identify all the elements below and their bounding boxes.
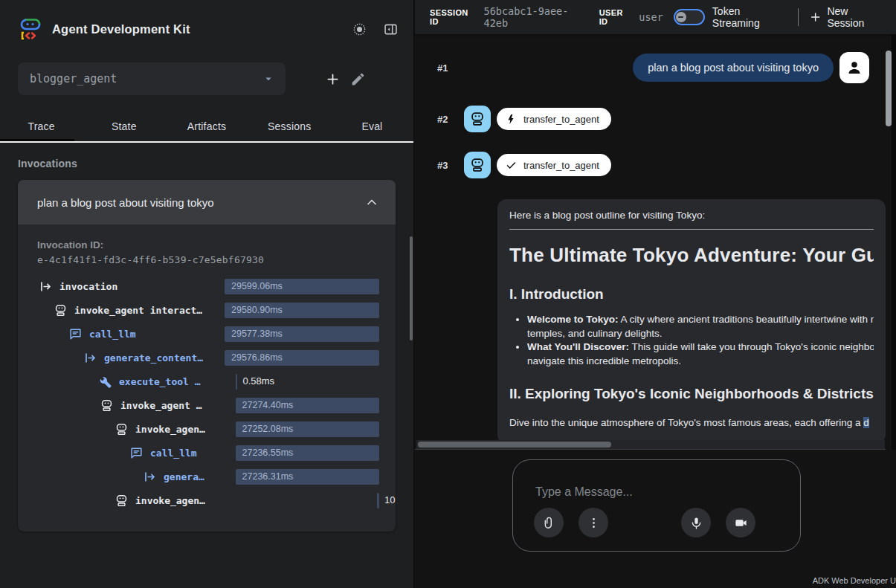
duration-label: 29576.86ms <box>225 352 283 363</box>
trace-row[interactable]: invoke_agen…27252.08ms <box>37 417 379 441</box>
trace-row[interactable]: call_llm29577.38ms <box>37 322 379 346</box>
invocation-card-header[interactable]: plan a blog post about visiting tokyo <box>18 180 396 224</box>
selection-highlight: d <box>863 417 869 428</box>
trace-row[interactable]: generate_content…29576.86ms <box>37 346 379 369</box>
tab-eval[interactable]: Eval <box>331 113 413 141</box>
arrow-icon <box>83 351 97 365</box>
invocations-heading: Invocations <box>18 158 396 169</box>
function-response-chip[interactable]: transfer_to_agent <box>497 154 611 176</box>
divider <box>798 8 799 26</box>
trace-row[interactable]: invocation29599.06ms <box>37 274 379 298</box>
adk-app: Agent Development Kit blogger_a <box>0 0 896 588</box>
microphone-icon <box>689 516 703 530</box>
tab-sessions[interactable]: Sessions <box>248 113 331 141</box>
paperclip-icon <box>542 516 556 530</box>
trace-row[interactable]: invoke_agen…10 <box>37 488 379 512</box>
duration-bar: 29580.90ms <box>225 303 379 318</box>
arrow-icon <box>39 280 53 294</box>
tab-trace[interactable]: Trace <box>0 113 83 141</box>
invocation-id: e-4c1f41f1-fd3c-4ff6-b539-c7e5ebf67930 <box>37 254 379 265</box>
trace-span-label: invoke_agent … <box>120 400 202 411</box>
function-call-chip[interactable]: transfer_to_agent <box>497 108 611 130</box>
left-panel-scrollbar[interactable] <box>410 236 413 340</box>
duration-bar: 29576.86ms <box>225 350 379 366</box>
duration-label: 29577.38ms <box>225 329 283 339</box>
message-h2-sections: II. Exploring Tokyo's Iconic Neighborhoo… <box>509 384 874 404</box>
user-id-label: USER ID <box>599 8 634 26</box>
add-session-button[interactable] <box>323 69 342 88</box>
session-bar: SESSION ID 56bcabc1-9aee-42eb USER ID us… <box>415 0 896 34</box>
attach-file-button[interactable] <box>534 508 564 537</box>
trace-row[interactable]: invoke_agent …27274.40ms <box>37 393 379 417</box>
trace-row[interactable]: invoke_agent interact…29580.90ms <box>37 298 379 322</box>
bot-avatar <box>464 106 491 132</box>
turn-number: #2 <box>437 114 464 125</box>
agent-select-row: blogger_agent <box>0 62 413 95</box>
duration-bar: 27274.40ms <box>236 398 379 413</box>
vertical-dots-icon <box>587 516 601 530</box>
chat-icon <box>68 327 83 341</box>
robot-icon <box>100 398 114 413</box>
token-streaming-toggle[interactable] <box>674 9 705 25</box>
invocation-id-label: Invocation ID: <box>37 239 379 251</box>
agent-select[interactable]: blogger_agent <box>18 62 286 95</box>
duration-label: 27252.08ms <box>236 424 294 434</box>
video-button[interactable] <box>726 508 755 537</box>
bot-avatar <box>464 152 491 178</box>
duration-label: 27236.55ms <box>236 448 294 458</box>
videocam-icon <box>734 516 748 530</box>
duration-bar: 29577.38ms <box>225 326 379 342</box>
chat-vertical-scrollbar[interactable] <box>886 34 892 450</box>
function-response-label: transfer_to_agent <box>523 160 599 171</box>
message-paragraph: Dive into the unique atmosphere of Tokyo… <box>509 416 874 430</box>
message-input[interactable]: Type a Message... <box>512 459 801 552</box>
footer-text: ADK Web Developer UI <box>813 576 896 585</box>
robot-icon <box>469 111 486 127</box>
message-input-placeholder: Type a Message... <box>535 485 633 499</box>
chat-turn-bot: #3 transfer_to_agent <box>437 152 886 178</box>
duration-bar <box>236 374 238 390</box>
microphone-button[interactable] <box>681 508 711 537</box>
trace-span-label: generate_content… <box>104 352 203 364</box>
wrench-icon <box>98 375 112 389</box>
tab-artifacts[interactable]: Artifacts <box>165 113 248 141</box>
left-panel: Agent Development Kit blogger_a <box>0 0 414 588</box>
active-tab-indicator <box>0 139 74 141</box>
trace-panel: Invocations plan a blog post about visit… <box>0 143 413 532</box>
session-id-value: 56bcabc1-9aee-42eb <box>484 5 589 29</box>
message-h2-introduction: I. Introduction <box>509 285 874 304</box>
trace-row[interactable]: genera…27236.31ms <box>37 465 379 488</box>
window-edge <box>892 34 896 450</box>
trace-span-label: invoke_agent interact… <box>74 305 202 316</box>
robot-icon <box>115 422 129 436</box>
composer: Type a Message... <box>415 450 896 588</box>
trace-row[interactable]: execute_tool …0.58ms <box>37 369 379 393</box>
left-panel-header: Agent Development Kit <box>0 0 413 58</box>
robot-icon <box>469 157 486 173</box>
chat-horizontal-scrollbar[interactable] <box>416 440 885 449</box>
theme-toggle-button[interactable] <box>349 19 369 39</box>
trace-span-label: invoke_agen… <box>135 495 205 506</box>
invocation-title: plan a blog post about visiting tokyo <box>37 196 364 209</box>
duration-bar: 27236.55ms <box>236 445 379 461</box>
toggle-thumb-icon <box>676 12 686 22</box>
arrow-icon <box>143 470 157 484</box>
collapse-panel-button[interactable] <box>381 19 400 39</box>
trace-span-label: invoke_agen… <box>135 424 205 435</box>
scrollbar-thumb[interactable] <box>418 442 611 448</box>
chevron-down-icon <box>262 72 275 85</box>
more-options-button[interactable] <box>578 508 608 537</box>
trace-row[interactable]: call_llm27236.55ms <box>37 441 379 465</box>
invocation-card-body: Invocation ID: e-4c1f41f1-fd3c-4ff6-b539… <box>18 224 396 532</box>
new-session-button[interactable]: New Session <box>809 5 886 29</box>
list-item: What You'll Discover: This guide will ta… <box>527 340 874 368</box>
list-item: Welcome to Tokyo: A city where ancient t… <box>527 313 874 340</box>
duration-label: 10 <box>384 494 395 505</box>
trace-tree: invocation29599.06msinvoke_agent interac… <box>37 274 379 512</box>
duration-bar: 29599.06ms <box>225 279 379 294</box>
scrollbar-thumb[interactable] <box>886 51 892 126</box>
edit-agent-button[interactable] <box>348 69 367 88</box>
user-message-bubble: plan a blog post about visiting tokyo <box>633 54 834 82</box>
tab-state[interactable]: State <box>83 113 165 141</box>
duration-label: 27274.40ms <box>236 400 294 410</box>
